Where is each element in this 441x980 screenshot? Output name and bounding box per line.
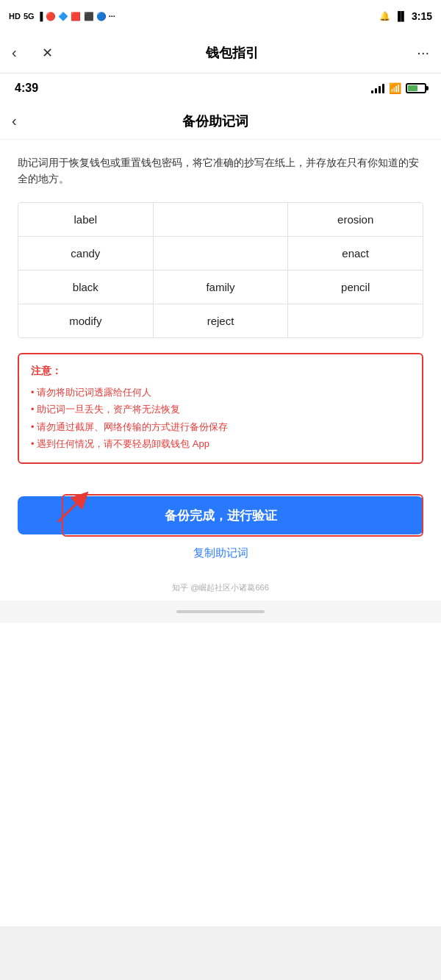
nav-more-icon[interactable]: ··· [406,44,429,61]
mnemonic-cell-1-2 [154,203,289,236]
warning-item-2: • 助记词一旦丢失，资产将无法恢复 [31,401,410,418]
inner-back-icon[interactable]: ‹ [12,112,17,129]
mnemonic-grid: label erosion candy enact black family p… [18,202,423,338]
backup-verify-button[interactable]: 备份完成，进行验证 [18,496,423,534]
mnemonic-row-2: candy enact [18,237,423,271]
outer-status-left: HD 5G ▐ 🔴 🔷 🟥 ⬛ 🔵 ··· [9,12,115,21]
action-area: 备份完成，进行验证 复制助记词 [0,496,441,575]
warning-box: 注意： • 请勿将助记词透露给任何人 • 助记词一旦丢失，资产将无法恢复 • 请… [18,353,423,465]
outer-status-right: 🔔 ▐▌ 3:15 [379,10,432,22]
inner-screen: 4:39 📶 ‹ 备份助记词 助记词用于恢复钱包或重置钱包密码，将它准确的抄写在… [0,74,441,926]
mnemonic-cell-3-2: family [154,271,289,304]
signal-bar-3 [379,86,381,93]
button-wrapper: 备份完成，进行验证 [18,496,423,534]
signal-bars-outer: ▐ [37,12,43,21]
nav-close-icon[interactable]: ✕ [35,45,59,61]
wifi-icon: 📶 [389,82,401,94]
home-bar [176,610,265,613]
mnemonic-cell-4-3 [288,304,423,337]
copy-mnemonic-link[interactable]: 复制助记词 [18,546,423,560]
inner-page-header: ‹ 备份助记词 [0,103,441,140]
mnemonic-cell-3-1: black [18,271,154,304]
mnemonic-cell-1-3: erosion [288,203,423,236]
battery-outer: ▐▌ [395,11,407,21]
mnemonic-cell-4-2: reject [154,304,289,337]
mnemonic-cell-1-1: label [18,203,154,236]
inner-time: 4:39 [15,82,38,95]
outer-status-bar: HD 5G ▐ 🔴 🔷 🟥 ⬛ 🔵 ··· 🔔 ▐▌ 3:15 [0,0,441,32]
inner-status-icons: 📶 [371,82,426,94]
home-indicator [0,601,441,623]
warning-item-4: • 遇到任何情况，请不要轻易卸载钱包 App [31,435,410,452]
hd-badge: HD [9,12,21,21]
inner-page-title: 备份助记词 [17,112,415,130]
nav-back-icon[interactable]: ‹ [12,44,35,61]
mnemonic-cell-2-3: enact [288,237,423,270]
description-text: 助记词用于恢复钱包或重置钱包密码，将它准确的抄写在纸上，并存放在只有你知道的安全… [18,154,423,187]
warning-item-1: • 请勿将助记词透露给任何人 [31,384,410,401]
nav-title: 钱包指引 [59,44,406,62]
signal-icon: 5G [24,12,35,21]
app-icons: 🔴 🔷 🟥 ⬛ 🔵 ··· [46,12,115,21]
warning-title: 注意： [31,365,410,378]
inner-content: 助记词用于恢复钱包或重置钱包密码，将它准确的抄写在纸上，并存放在只有你知道的安全… [0,140,441,496]
signal-bar-4 [382,84,384,93]
mnemonic-cell-4-1: modify [18,304,154,337]
mnemonic-row-1: label erosion [18,203,423,237]
signal-bar-1 [371,90,373,93]
signal-bar-2 [375,88,377,93]
battery-fill [408,85,417,91]
mnemonic-cell-3-3: pencil [288,271,423,304]
mnemonic-row-4: modify reject [18,304,423,337]
watermark: 知乎 @崛起社区小诸葛666 [0,575,441,601]
mnemonic-cell-2-2 [154,237,289,270]
signal-bars-inner [371,83,384,93]
inner-status-bar: 4:39 📶 [0,74,441,103]
outer-time: 3:15 [412,10,432,22]
bell-icon: 🔔 [379,11,390,21]
mnemonic-cell-2-1: candy [18,237,154,270]
warning-item-3: • 请勿通过截屏、网络传输的方式进行备份保存 [31,418,410,435]
top-nav: ‹ ✕ 钱包指引 ··· [0,32,441,74]
mnemonic-row-3: black family pencil [18,271,423,304]
battery-icon [406,83,426,93]
